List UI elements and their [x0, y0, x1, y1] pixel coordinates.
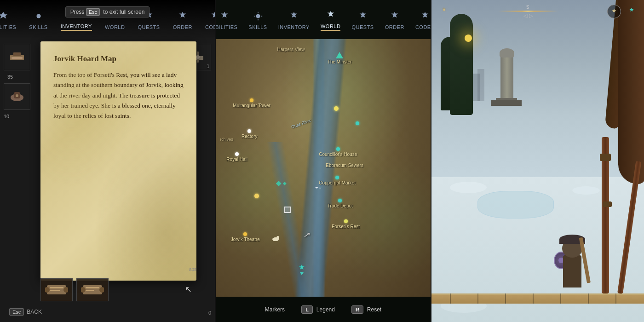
codex-label: Codex: [205, 24, 215, 30]
multangular-marker[interactable]: Multangular Tower: [233, 98, 270, 107]
scroll-item-1[interactable]: [40, 278, 73, 301]
char-body: [563, 255, 581, 288]
left-item-slots: 35 10: [4, 44, 30, 119]
hud-right-area: [607, 5, 638, 18]
back-button[interactable]: Esc BACK: [9, 308, 42, 316]
hud-compass-area: S ◁ ▷: [498, 5, 558, 19]
bird-marker: [315, 184, 322, 192]
map-nav-codex[interactable]: Codex: [415, 10, 431, 30]
map-order-icon: [388, 10, 401, 23]
maps-label: aps: [189, 267, 196, 272]
item-count-1: 1: [207, 64, 209, 69]
map-nav-abilities[interactable]: Abilities: [216, 10, 237, 30]
bird-icon: [315, 185, 322, 190]
rectory-marker[interactable]: Rectory: [242, 129, 257, 138]
scroll-item-2[interactable]: [76, 278, 109, 301]
tree-right-trunk: [618, 0, 644, 184]
hud-settings-icon: [439, 6, 449, 17]
distant-building-2: [477, 69, 484, 101]
esc-tooltip-text: to exit full screen: [103, 9, 144, 15]
item-icon-2: [8, 87, 26, 106]
nav-item-order[interactable]: Order: [173, 10, 192, 30]
map-world-label: World: [321, 23, 340, 29]
map-background: The Minster Harpers View Multangular Tow…: [216, 39, 431, 297]
item-slot-1[interactable]: [4, 44, 30, 70]
map-nav-world[interactable]: World: [321, 9, 340, 31]
svg-rect-2: [13, 52, 21, 56]
player-marker-icon: [627, 7, 636, 16]
map-skills-icon: [252, 10, 264, 23]
minimap-icon: [610, 8, 618, 15]
scroll-icon-2: [81, 282, 104, 298]
jorvik-theatre-marker[interactable]: Jorvik Theatre: [231, 232, 260, 241]
esc-fullscreen-tooltip: Press Esc to exit full screen: [65, 6, 150, 17]
reset-control[interactable]: R Reset: [351, 305, 381, 314]
reset-key: R: [351, 305, 363, 314]
gold-dot-2: [254, 194, 259, 198]
map-nav-skills[interactable]: Skills: [248, 10, 267, 30]
horse-marker: [271, 235, 280, 243]
legend-control[interactable]: L Legend: [301, 305, 335, 314]
hud-player-icon: [625, 5, 638, 18]
map-world-icon: [324, 9, 337, 22]
trade-depot-marker[interactable]: Trade Depot: [328, 199, 353, 207]
map-order-label: Order: [385, 24, 404, 30]
hud-minimap-btn[interactable]: [607, 5, 621, 18]
gold-dot-1: [334, 106, 339, 111]
nav-item-codex[interactable]: Codex: [205, 10, 215, 30]
map-quests-label: Quests: [351, 24, 374, 30]
quests-label: Quests: [138, 24, 160, 30]
legend-key: L: [301, 305, 313, 314]
statue-head: [500, 48, 514, 58]
inventory-label: Inventory: [61, 23, 92, 29]
royal-hall-marker[interactable]: Royal Hall: [226, 152, 247, 161]
esc-back-key: Esc: [9, 308, 24, 316]
lamp-glow: [465, 34, 472, 42]
svg-rect-3: [12, 57, 23, 59]
frozen-water: [477, 191, 554, 218]
rope-binding-top: [600, 154, 611, 161]
item-slot-2[interactable]: [4, 83, 30, 110]
coppergat-marker[interactable]: Coppergat Market: [319, 176, 356, 184]
world-map-panel: Abilities Skills Inventory World Ques: [216, 0, 431, 322]
parchment-note: Jorvik Hoard Map From the top of Forseti…: [40, 41, 196, 281]
left-count-35: 35: [7, 74, 34, 80]
inventory-panel: Press Esc to exit full screen Abilities …: [0, 0, 215, 322]
svg-rect-13: [50, 287, 63, 288]
waypoint-icon: [297, 264, 306, 273]
compass-direction: S: [526, 5, 530, 10]
map-controls-bar: Markers L Legend R Reset: [216, 297, 431, 322]
abilities-icon: [0, 10, 10, 23]
map-inventory-icon: [288, 10, 300, 23]
svg-point-20: [256, 14, 260, 18]
map-skills-label: Skills: [248, 24, 267, 30]
map-inventory-label: Inventory: [278, 24, 310, 30]
skills-icon: [32, 10, 45, 23]
snow-patch-1: [450, 182, 487, 193]
svg-rect-19: [86, 290, 94, 291]
skills-label: Skills: [29, 24, 47, 30]
forsetis-rest-marker[interactable]: Forseti's Rest: [332, 219, 360, 228]
parchment-text: From the top of Forseti's Rest, you will…: [53, 70, 184, 121]
snow-patch-2: [572, 186, 600, 195]
bottom-count-0: 0: [208, 310, 211, 316]
map-codex-label: Codex: [415, 24, 431, 30]
nav-item-abilities[interactable]: Abilities: [0, 10, 16, 30]
map-nav-inventory[interactable]: Inventory: [278, 10, 310, 30]
svg-point-22: [276, 236, 279, 240]
order-icon: [176, 10, 189, 23]
game-hud-top: S ◁ ▷: [431, 0, 644, 23]
scroll-icon-1: [45, 282, 68, 298]
councillors-marker[interactable]: Councillor's House: [319, 147, 357, 156]
nav-item-skills[interactable]: Skills: [29, 10, 47, 30]
map-nav-quests[interactable]: Quests: [351, 10, 374, 30]
svg-point-9: [196, 55, 200, 59]
minster-marker[interactable]: The Minster: [328, 52, 352, 63]
markers-control[interactable]: Markers: [265, 306, 285, 313]
svg-rect-18: [86, 287, 99, 288]
map-nav-order[interactable]: Order: [385, 10, 404, 30]
reset-label: Reset: [367, 306, 381, 313]
nav-bar: Abilities Skills Inventory World Ques: [0, 0, 215, 39]
waypoint-marker[interactable]: [297, 264, 306, 276]
parchment-title: Jorvik Hoard Map: [53, 54, 184, 63]
